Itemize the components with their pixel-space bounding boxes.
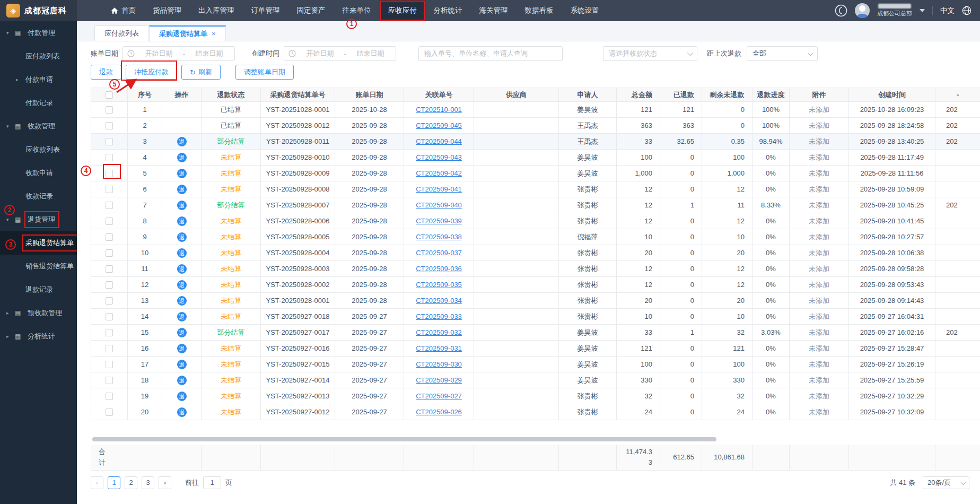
- row-checkbox[interactable]: [106, 281, 113, 289]
- user-info[interactable]: 成都公司总部: [877, 4, 912, 17]
- row-checkbox[interactable]: [106, 218, 113, 225]
- user-avatar[interactable]: [855, 3, 870, 18]
- refund-action-icon[interactable]: 退: [177, 216, 187, 226]
- related-doc-link[interactable]: CT202509-031: [416, 344, 462, 352]
- row-checkbox[interactable]: [106, 377, 113, 384]
- sidebar-item-付款记录[interactable]: 付款记录: [0, 91, 77, 115]
- sidebar-item-应收款列表[interactable]: 应收款列表: [0, 138, 77, 161]
- refund-action-icon[interactable]: 退: [177, 360, 187, 369]
- row-checkbox[interactable]: [106, 313, 113, 320]
- refund-action-icon[interactable]: 退: [177, 407, 187, 417]
- row-checkbox[interactable]: [106, 361, 113, 368]
- nav-item-订单管理[interactable]: 订单管理: [243, 0, 288, 21]
- related-doc-link[interactable]: CT202509-027: [416, 392, 462, 400]
- goto-page-input[interactable]: 1: [203, 476, 221, 489]
- row-checkbox[interactable]: [106, 297, 113, 305]
- refund-action-icon[interactable]: 退: [177, 185, 187, 194]
- row-checkbox[interactable]: [106, 393, 113, 400]
- nav-item-货品管理[interactable]: 货品管理: [144, 0, 190, 21]
- refund-action-icon[interactable]: 退: [177, 137, 187, 146]
- refund-action-icon[interactable]: 退: [177, 264, 187, 274]
- tab-采购退货结算单[interactable]: 采购退货结算单×: [149, 25, 226, 41]
- help-icon[interactable]: [835, 4, 847, 17]
- related-doc-link[interactable]: CT202509-042: [416, 169, 462, 177]
- page-button-2[interactable]: 2: [125, 476, 137, 489]
- sidebar-item-付款管理[interactable]: ▾▦付款管理: [0, 21, 77, 45]
- refund-status-select[interactable]: 请选择收款状态: [603, 46, 697, 61]
- page-size-select[interactable]: 20条/页: [923, 476, 969, 489]
- language-switcher[interactable]: 中文: [940, 6, 955, 15]
- sidebar-item-付款申请[interactable]: ▸付款申请: [0, 68, 77, 91]
- nav-item-数据看板[interactable]: 数据看板: [517, 0, 562, 21]
- refresh-button[interactable]: ↻刷新: [181, 65, 221, 80]
- nav-item-系统设置[interactable]: 系统设置: [562, 0, 608, 21]
- sidebar-item-收款记录[interactable]: 收款记录: [0, 185, 77, 208]
- row-checkbox[interactable]: [106, 265, 113, 273]
- prev-page-button[interactable]: ‹: [91, 476, 103, 489]
- row-checkbox[interactable]: [106, 106, 113, 114]
- nav-item-首页[interactable]: 首页: [102, 0, 144, 21]
- row-checkbox[interactable]: [106, 122, 113, 129]
- refund-action-icon[interactable]: 退: [177, 153, 187, 162]
- related-doc-link[interactable]: CT202509-043: [416, 153, 462, 161]
- row-checkbox[interactable]: [106, 186, 113, 193]
- refund-action-icon[interactable]: 退: [177, 392, 187, 401]
- related-doc-link[interactable]: CT202509-029: [416, 376, 462, 384]
- related-doc-link[interactable]: CT202509-036: [416, 265, 462, 273]
- nav-item-应收应付[interactable]: 应收应付: [380, 0, 425, 21]
- page-button-1[interactable]: 1: [108, 476, 120, 489]
- refund-action-icon[interactable]: 退: [177, 201, 187, 210]
- related-doc-link[interactable]: CT202509-030: [416, 360, 462, 368]
- refund-action-icon[interactable]: 退: [177, 312, 187, 321]
- close-icon[interactable]: ×: [212, 30, 216, 38]
- related-doc-link[interactable]: CT202509-041: [416, 185, 462, 193]
- related-doc-link[interactable]: CT202509-040: [416, 201, 462, 209]
- nav-item-分析统计[interactable]: 分析统计: [425, 0, 471, 21]
- nav-item-往来单位[interactable]: 往来单位: [334, 0, 380, 21]
- search-input[interactable]: 输入单号、单位名称、申请人查询: [418, 46, 563, 61]
- row-checkbox[interactable]: [106, 202, 113, 209]
- refund-action-icon[interactable]: 退: [177, 232, 187, 242]
- refund-action-icon[interactable]: 退: [177, 376, 187, 385]
- nav-item-海关管理[interactable]: 海关管理: [471, 0, 517, 21]
- sidebar-item-分析统计[interactable]: ▸▦分析统计: [0, 325, 77, 348]
- adjust-bill-date-button[interactable]: 调整账单日期: [235, 65, 294, 80]
- related-doc-link[interactable]: CT202509-034: [416, 297, 462, 305]
- related-doc-link[interactable]: CT202509-037: [416, 249, 462, 257]
- row-checkbox[interactable]: [106, 249, 113, 257]
- last-refund-select[interactable]: 全部: [747, 46, 818, 61]
- row-checkbox[interactable]: [106, 409, 113, 416]
- related-doc-link[interactable]: CT202509-045: [416, 121, 462, 129]
- bill-date-range-input[interactable]: 开始日期 - 结束日期: [122, 46, 235, 61]
- chevron-down-icon[interactable]: [920, 9, 925, 12]
- sidebar-item-退款记录[interactable]: 退款记录: [0, 278, 77, 301]
- row-checkbox-annotated[interactable]: [106, 170, 113, 177]
- tab-应付款列表[interactable]: 应付款列表: [94, 25, 149, 41]
- refund-action-icon[interactable]: 退: [177, 328, 187, 337]
- app-logo[interactable]: ◈ 成都冠唐科: [0, 0, 77, 21]
- related-doc-link[interactable]: CT202509-032: [416, 328, 462, 336]
- created-date-range-input[interactable]: 开始日期 - 结束日期: [284, 46, 396, 61]
- related-doc-link[interactable]: CT202509-038: [416, 233, 462, 241]
- nav-item-出入库管理[interactable]: 出入库管理: [190, 0, 243, 21]
- related-doc-link[interactable]: CT202509-033: [416, 312, 462, 320]
- sidebar-item-销售退货结算单[interactable]: 销售退货结算单: [0, 255, 77, 278]
- globe-icon[interactable]: [962, 6, 972, 15]
- sidebar-item-应付款列表[interactable]: 应付款列表: [0, 45, 77, 68]
- scrollbar-thumb[interactable]: [92, 437, 716, 441]
- page-button-3[interactable]: 3: [142, 476, 154, 489]
- related-doc-link[interactable]: CT202509-039: [416, 217, 462, 225]
- refund-action-icon[interactable]: 退: [177, 169, 187, 178]
- related-doc-link[interactable]: CT202509-035: [416, 281, 462, 289]
- related-doc-link[interactable]: CT202510-001: [416, 106, 462, 114]
- sidebar-item-收款申请[interactable]: 收款申请: [0, 161, 77, 185]
- row-checkbox[interactable]: [106, 345, 113, 352]
- nav-item-固定资产[interactable]: 固定资产: [288, 0, 334, 21]
- refund-action-icon[interactable]: 退: [177, 344, 187, 353]
- sidebar-item-预收款管理[interactable]: ▸▦预收款管理: [0, 301, 77, 325]
- next-page-button[interactable]: ›: [159, 476, 171, 489]
- row-checkbox[interactable]: [106, 154, 113, 161]
- related-doc-link[interactable]: CT202509-044: [416, 137, 462, 145]
- row-checkbox[interactable]: [106, 138, 113, 145]
- row-checkbox[interactable]: [106, 233, 113, 241]
